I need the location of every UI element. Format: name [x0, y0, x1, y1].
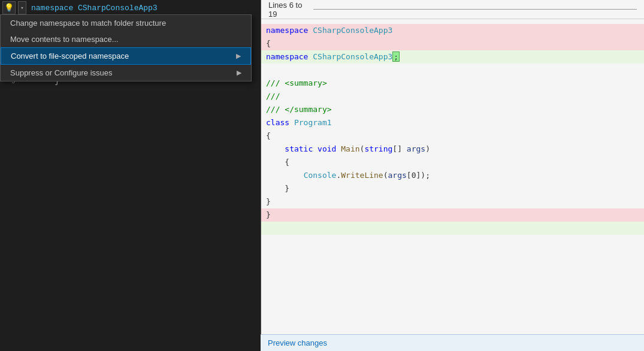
preview-code: class Program1: [266, 116, 332, 129]
menu-item-suppress[interactable]: Suppress or Configure issues ▶: [1, 65, 251, 81]
preview-line-class: class Program1: [261, 116, 644, 129]
arrow-right-icon-2: ▶: [237, 69, 241, 77]
preview-code: static void Main(string[] args): [266, 143, 430, 156]
preview-code: namespace CSharpConsoleApp3;: [266, 50, 400, 63]
preview-header: Lines 6 to 19: [261, 0, 644, 19]
preview-line-close-brace-2: }: [261, 195, 644, 208]
preview-code: {: [266, 129, 271, 143]
preview-code: /// </summary>: [266, 103, 332, 116]
namespace-text: namespace CSharpConsoleApp3: [31, 4, 158, 13]
preview-code: Console.WriteLine(args[0]);: [266, 169, 430, 182]
menu-item-convert-namespace[interactable]: Convert to file-scoped namespace ▶: [1, 47, 251, 65]
preview-line-added-1: namespace CSharpConsoleApp3;: [261, 50, 644, 63]
context-menu: Change namespace to match folder structu…: [0, 14, 252, 81]
arrow-right-icon: ▶: [236, 52, 241, 60]
preview-code: {: [266, 37, 271, 50]
preview-line-close-brace-1: }: [261, 182, 644, 195]
preview-code: namespace CSharpConsoleApp3: [266, 24, 392, 37]
preview-line-comment-3: /// </summary>: [261, 103, 644, 116]
preview-line-empty: [261, 63, 644, 77]
preview-line-console: Console.WriteLine(args[0]);: [261, 169, 644, 182]
menu-item-change-namespace[interactable]: Change namespace to match folder structu…: [1, 15, 251, 31]
menu-item-move-contents[interactable]: Move contents to namespace...: [1, 31, 251, 47]
preview-line-comment-1: /// <summary>: [261, 77, 644, 90]
lightbulb-button[interactable]: 💡: [2, 1, 16, 14]
preview-line-removed-1: namespace CSharpConsoleApp3: [261, 24, 644, 37]
preview-footer[interactable]: Preview changes: [261, 334, 644, 351]
menu-item-label: Suppress or Configure issues: [10, 68, 113, 77]
preview-line-open-brace: {: [261, 129, 644, 143]
preview-line-added-empty: [261, 222, 644, 235]
menu-item-label: Move contents to namespace...: [10, 35, 119, 44]
header-separator: [313, 9, 637, 10]
preview-line-main: static void Main(string[] args): [261, 143, 644, 156]
preview-line-comment-2: ///: [261, 90, 644, 103]
preview-code: ///: [266, 90, 280, 103]
preview-code: }: [266, 195, 271, 208]
menu-item-label: Convert to file-scoped namespace: [11, 52, 129, 60]
lightbulb-icon: 💡: [4, 3, 14, 13]
preview-code: /// <summary>: [266, 77, 327, 90]
lightbulb-header: 💡 ▾ namespace CSharpConsoleApp3: [0, 0, 258, 16]
preview-content: namespace CSharpConsoleApp3 { namespace …: [261, 19, 644, 240]
preview-line-removed-3: }: [261, 208, 644, 222]
lightbulb-dropdown[interactable]: ▾: [18, 1, 26, 14]
preview-changes-label: Preview changes: [268, 338, 327, 347]
menu-item-label: Change namespace to match folder structu…: [10, 19, 166, 28]
preview-line-open-brace-2: {: [261, 156, 644, 169]
preview-code: }: [266, 182, 289, 195]
preview-code: {: [266, 156, 289, 169]
preview-code: }: [266, 208, 271, 222]
chevron-down-icon: ▾: [20, 5, 23, 11]
preview-panel: Lines 6 to 19 namespace CSharpConsoleApp…: [261, 0, 644, 351]
preview-line-removed-2: {: [261, 37, 644, 50]
preview-header-text: Lines 6 to 19: [268, 1, 307, 19]
